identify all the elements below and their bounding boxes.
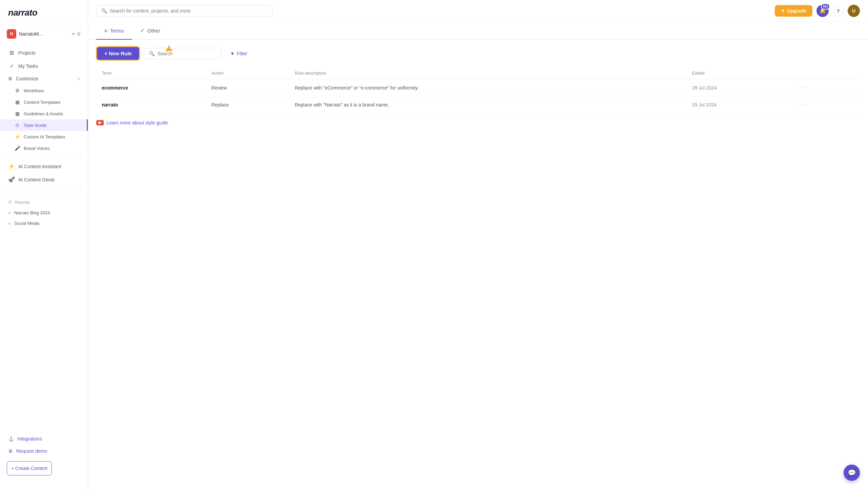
workspace-name: NarratoM... bbox=[19, 31, 70, 37]
sidebar-item-ai-content-assistant[interactable]: ⚡ AI Content Assistant bbox=[0, 160, 88, 173]
anchor-icon: ⚓ bbox=[8, 436, 14, 442]
row-context-menu[interactable]: ··· bbox=[796, 83, 809, 92]
topbar-right: ✦ Upgrade 🔔 582 ? U bbox=[775, 5, 860, 17]
sidebar-sub-label: Style Guide bbox=[24, 123, 46, 128]
row-menu-cell: ··· bbox=[791, 79, 860, 96]
rule-search-input[interactable] bbox=[157, 51, 217, 56]
toolbar: + New Rule ➤ 🔍 ▼ Filter bbox=[96, 46, 860, 60]
tab-label: Other bbox=[147, 28, 160, 34]
chevron-down-icon[interactable]: ▾ bbox=[72, 31, 75, 37]
ai-genie-icon: 🚀 bbox=[8, 176, 15, 183]
tabs-bar: ≡ Terms ✓ Other bbox=[88, 22, 868, 40]
recent-item-narrato-blog[interactable]: ○ Narrato Blog 2024 bbox=[0, 208, 88, 218]
table-row: narrato Replace Replace with "Narrato" a… bbox=[96, 96, 860, 113]
col-actions-header bbox=[791, 67, 860, 79]
terms-tab-icon: ≡ bbox=[104, 28, 107, 34]
other-tab-icon: ✓ bbox=[140, 27, 145, 34]
recents-section: ⏱ Recents ○ Narrato Blog 2024 ○ Social M… bbox=[0, 195, 88, 231]
tab-terms[interactable]: ≡ Terms bbox=[96, 22, 132, 40]
sidebar-sub-label: Content Templates bbox=[24, 100, 60, 105]
global-search-bar[interactable]: 🔍 bbox=[96, 5, 273, 17]
sidebar-bottom: ⚓ Integrations 🖥 Request demo + Create C… bbox=[0, 430, 88, 482]
projects-icon: ⊞ bbox=[8, 50, 15, 56]
style-guide-icon: ⊙ bbox=[14, 122, 20, 128]
brand-voices-icon: 🎤 bbox=[14, 145, 20, 151]
filter-button[interactable]: ▼ Filter bbox=[226, 48, 251, 59]
tab-other[interactable]: ✓ Other bbox=[132, 22, 169, 40]
customize-icon: ⚙ bbox=[8, 76, 13, 81]
sidebar-item-ai-content-genie[interactable]: 🚀 AI Content Genie bbox=[0, 173, 88, 186]
sidebar-item-projects[interactable]: ⊞ Projects bbox=[0, 46, 88, 59]
divider-recents bbox=[0, 192, 88, 192]
request-demo-label: Request demo bbox=[16, 448, 47, 454]
description-cell: Replace with "Narrato" as it is a brand … bbox=[289, 96, 687, 113]
workspace-controls: ▾ ⚙ bbox=[72, 31, 81, 37]
action-cell: Replace bbox=[206, 96, 290, 113]
chat-bubble-button[interactable]: 💬 bbox=[844, 465, 860, 481]
app-logo: narrato bbox=[8, 7, 37, 18]
col-action: Action bbox=[206, 67, 290, 79]
user-avatar[interactable]: U bbox=[848, 5, 860, 17]
learn-more-label: Learn more about style guide bbox=[106, 120, 168, 125]
sidebar-item-content-templates[interactable]: ▦ Content Templates bbox=[0, 96, 88, 108]
customize-section[interactable]: ⚙ Customize ▾ bbox=[0, 73, 88, 85]
filter-icon: ▼ bbox=[230, 51, 235, 56]
term-cell: ecommerce bbox=[96, 79, 206, 96]
settings-icon[interactable]: ⚙ bbox=[77, 31, 81, 37]
sidebar-item-style-guide[interactable]: ⊙ Style Guide bbox=[0, 119, 88, 131]
search-icon: 🔍 bbox=[149, 51, 155, 56]
chat-icon: 💬 bbox=[848, 469, 856, 477]
ai-templates-icon: ⚡ bbox=[14, 134, 20, 139]
doc-icon: ○ bbox=[8, 210, 11, 215]
play-triangle bbox=[99, 121, 102, 124]
monitor-icon: 🖥 bbox=[8, 448, 13, 454]
sidebar-sub-label: Workflows bbox=[24, 88, 44, 93]
recent-item-label: Narrato Blog 2024 bbox=[14, 210, 50, 215]
recents-label: ⏱ Recents bbox=[0, 197, 88, 208]
sidebar-item-brand-voices[interactable]: 🎤 Brand Voices bbox=[0, 142, 88, 154]
search-icon: 🔍 bbox=[101, 8, 107, 14]
recent-item-social-media[interactable]: ○ Social Media bbox=[0, 218, 88, 229]
col-term: Term bbox=[96, 67, 206, 79]
rule-search-bar[interactable]: 🔍 bbox=[144, 48, 222, 59]
global-search-input[interactable] bbox=[110, 8, 268, 14]
divider bbox=[0, 157, 88, 157]
learn-more-link[interactable]: Learn more about style guide bbox=[96, 120, 860, 125]
sidebar-item-guidelines-assets[interactable]: ▦ Guidelines & Assets bbox=[0, 108, 88, 119]
action-cell: Review bbox=[206, 79, 290, 96]
row-context-menu[interactable]: ··· bbox=[796, 100, 809, 109]
content-templates-icon: ▦ bbox=[14, 99, 20, 105]
sidebar-item-workflows[interactable]: ⚙ Workflows bbox=[0, 85, 88, 96]
col-rule-description: Rule description bbox=[289, 67, 687, 79]
sidebar-sub-label: Brand Voices bbox=[24, 146, 50, 151]
table-body: ecommerce Review Replace with "eCommerce… bbox=[96, 79, 860, 113]
workspace-avatar: N bbox=[7, 29, 16, 39]
integrations-label: Integrations bbox=[17, 436, 42, 442]
recent-item-label: Social Media bbox=[14, 221, 39, 226]
table-area: + New Rule ➤ 🔍 ▼ Filter Term Action bbox=[88, 40, 868, 132]
integrations-link[interactable]: ⚓ Integrations bbox=[0, 433, 88, 445]
sidebar-item-custom-ai-templates[interactable]: ⚡ Custom AI Templates bbox=[0, 131, 88, 142]
sidebar: narrato N NarratoM... ▾ ⚙ ⊞ Projects ✓ M… bbox=[0, 0, 88, 489]
tasks-icon: ✓ bbox=[8, 63, 15, 69]
create-content-button[interactable]: + Create Content bbox=[7, 461, 52, 475]
request-demo-link[interactable]: 🖥 Request demo bbox=[0, 445, 88, 457]
sidebar-item-label: AI Content Genie bbox=[18, 177, 55, 182]
term-cell: narrato bbox=[96, 96, 206, 113]
chevron-down-icon: ▾ bbox=[78, 77, 80, 81]
row-menu-cell: ··· bbox=[791, 96, 860, 113]
topbar: 🔍 ✦ Upgrade 🔔 582 ? U bbox=[88, 0, 868, 22]
table-row: ecommerce Review Replace with "eCommerce… bbox=[96, 79, 860, 96]
table-header: Term Action Rule description Edited bbox=[96, 67, 860, 79]
col-edited: Edited bbox=[687, 67, 791, 79]
customize-label: Customize bbox=[16, 76, 38, 81]
upgrade-button[interactable]: ✦ Upgrade bbox=[775, 5, 812, 17]
clock-icon: ⏱ bbox=[8, 200, 12, 205]
workspace-selector[interactable]: N NarratoM... ▾ ⚙ bbox=[0, 24, 88, 43]
logo-area: narrato bbox=[0, 0, 88, 24]
notifications-button[interactable]: 🔔 582 bbox=[816, 5, 829, 17]
help-button[interactable]: ? bbox=[833, 5, 844, 16]
new-rule-button[interactable]: + New Rule bbox=[96, 46, 140, 60]
sidebar-item-my-tasks[interactable]: ✓ My Tasks bbox=[0, 59, 88, 73]
star-icon: ✦ bbox=[781, 8, 785, 14]
